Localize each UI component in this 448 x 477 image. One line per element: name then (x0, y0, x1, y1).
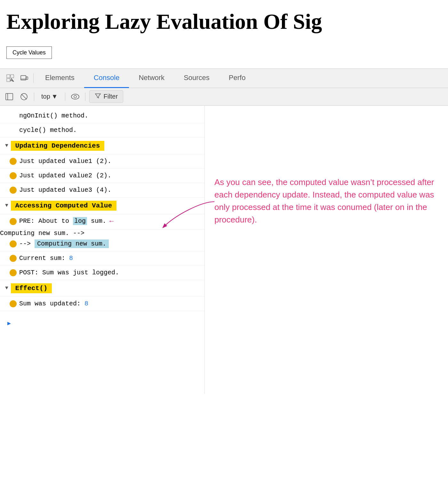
curved-arrow-svg (157, 195, 221, 234)
tab-network[interactable]: Network (129, 69, 174, 88)
chevron-down-icon: ▼ (52, 93, 58, 100)
log-entry-value1: Just updated value1 (2). (0, 154, 204, 169)
toolbar-separator-2 (65, 93, 65, 101)
svg-rect-2 (7, 78, 10, 82)
inspector-icon[interactable] (3, 71, 17, 85)
svg-rect-6 (6, 93, 13, 100)
orange-dot-post (10, 269, 17, 276)
group-label-updating: Updating Dependencies (11, 141, 105, 151)
bottom-arrow: ▸ (0, 311, 204, 335)
log-entry-cycle: cycle() method. (0, 123, 204, 138)
log-text-value1: Just updated value1 (2). (19, 157, 111, 166)
group-updating-deps[interactable]: ▼ Updating Dependencies (0, 138, 204, 154)
group-effect[interactable]: ▼ Effect() (0, 280, 204, 297)
group-arrow-accessing: ▼ (5, 203, 8, 208)
sum-value: 8 (69, 255, 73, 262)
filter-icon (95, 93, 101, 101)
log-text-sum-updated: Sum was updated: 8 (19, 299, 88, 308)
orange-dot-value3 (10, 187, 17, 194)
log-text-pre: PRE: About to log sum. (19, 217, 106, 226)
tab-console[interactable]: Console (84, 69, 129, 88)
devtools-tab-bar: Elements Console Network Sources Perfo (0, 69, 448, 88)
group-label-accessing: Accessing Computed Value (11, 201, 116, 211)
device-toggle-icon[interactable] (17, 71, 31, 85)
highlight-log: log (73, 217, 87, 225)
log-entry-current-sum: Current sum: 8 (0, 251, 204, 266)
highlight-computing: Computing new sum. (35, 239, 109, 248)
log-text-post: POST: Sum was just logged. (19, 268, 119, 277)
orange-dot-pre (10, 218, 17, 225)
orange-dot-sum-updated (10, 300, 17, 307)
console-content: ngOnInit() method. cycle() method. ▼ Upd… (0, 106, 448, 394)
console-log-panel: ngOnInit() method. cycle() method. ▼ Upd… (0, 106, 205, 394)
svg-point-11 (74, 95, 76, 98)
annotation-with-arrow: As you can see, the computed value wasn’… (214, 176, 438, 226)
tab-separator (33, 73, 34, 83)
group-label-effect: Effect() (11, 283, 52, 293)
orange-dot-value1 (10, 158, 17, 165)
log-entry-computing: --> Computing new sum. (0, 237, 204, 251)
group-arrow-effect: ▼ (5, 285, 8, 291)
log-text-value3: Just updated value3 (4). (19, 186, 111, 195)
svg-rect-4 (26, 77, 28, 79)
log-text-nginit: ngOnInit() method. (19, 111, 88, 120)
toolbar-separator-3 (85, 93, 85, 101)
log-text-current-sum: Current sum: 8 (19, 254, 73, 263)
log-text-computing: --> Computing new sum. (19, 239, 109, 248)
orange-dot-current-sum (10, 255, 17, 262)
context-dropdown[interactable]: top ▼ (38, 92, 61, 101)
log-text-cycle: cycle() method. (19, 126, 77, 135)
tab-elements[interactable]: Elements (36, 69, 84, 88)
svg-rect-1 (11, 75, 14, 78)
sidebar-toggle-icon[interactable] (3, 91, 15, 103)
log-text-value2: Just updated value2 (2). (19, 171, 111, 180)
toolbar-separator-1 (34, 93, 34, 101)
orange-dot-value2 (10, 172, 17, 179)
clear-console-icon[interactable] (18, 91, 30, 103)
group-arrow-updating: ▼ (5, 143, 8, 149)
devtools-toolbar: top ▼ Filter (0, 88, 448, 106)
svg-rect-3 (21, 76, 26, 80)
tab-sources[interactable]: Sources (174, 69, 219, 88)
sum-updated-value: 8 (84, 300, 88, 307)
cycle-button-container: Cycle Values (0, 40, 448, 69)
log-entry-post: POST: Sum was just logged. (0, 266, 204, 280)
devtools-panel: Elements Console Network Sources Perfo (0, 69, 448, 394)
log-entry-value2: Just updated value2 (2). (0, 169, 204, 183)
left-arrow-icon: ← (109, 217, 114, 227)
svg-rect-0 (7, 75, 10, 78)
blue-arrow-icon: ▸ (6, 319, 12, 328)
log-entry-sum-updated: Sum was updated: 8 (0, 297, 204, 311)
annotation-panel: As you can see, the computed value wasn’… (205, 106, 448, 394)
tab-performance[interactable]: Perfo (219, 69, 255, 88)
log-entry-nginit: ngOnInit() method. (0, 109, 204, 123)
cycle-values-button[interactable]: Cycle Values (6, 46, 52, 59)
eye-icon[interactable] (69, 91, 81, 103)
svg-point-10 (71, 94, 79, 99)
page-title: Exploring Lazy Evaluation Of Sig (0, 0, 448, 40)
annotation-text: As you can see, the computed value wasn’… (214, 176, 438, 226)
orange-dot-computing (10, 240, 17, 247)
filter-button[interactable]: Filter (89, 90, 123, 103)
svg-line-9 (21, 94, 27, 99)
